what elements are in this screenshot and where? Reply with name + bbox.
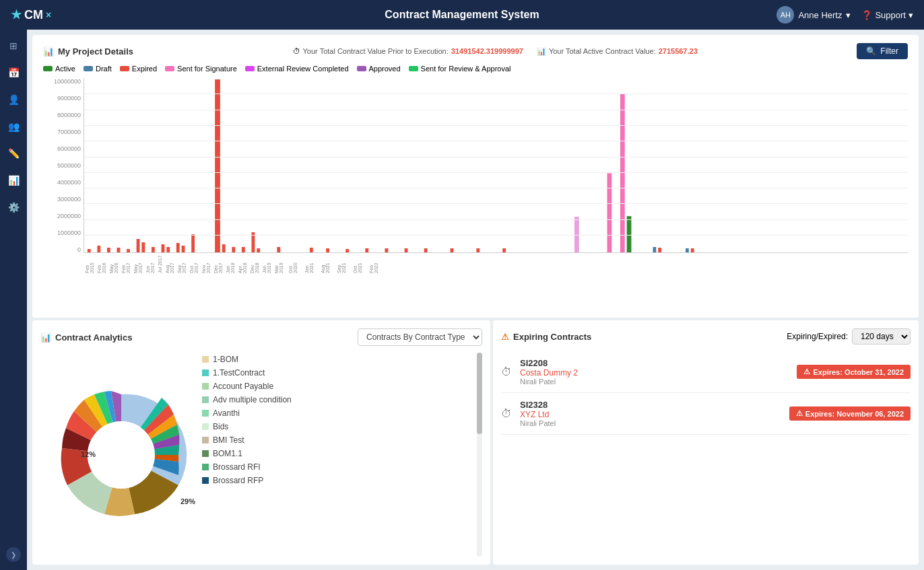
color-box [202, 450, 209, 457]
donut-svg [47, 381, 195, 529]
expiring-header: ⚠ Expiring Contracts Expiring/Expired: 1… [501, 328, 911, 345]
legend-expired: Expired [120, 65, 157, 73]
svg-rect-18 [257, 248, 260, 252]
list-item-account-payable: Account Payable [202, 380, 482, 393]
analytics-body: 12% 29% [40, 353, 482, 557]
list-item-brossard-rfp: Brossard RFP [202, 474, 482, 487]
svg-rect-35 [658, 248, 661, 252]
list-item-bids: Bids [202, 420, 482, 433]
top-nav: ★CM× Contract Management System AH Anne … [0, 0, 924, 30]
sidebar: ⊞ 📅 👤 👥 ✏️ 📊 ⚙️ ❯ [0, 30, 27, 570]
contract-type-list[interactable]: 1-BOM 1.TestContract Account Payable [202, 353, 482, 557]
scroll-thumb[interactable] [477, 353, 482, 434]
svg-rect-15 [232, 247, 235, 252]
search-icon: 🔍 [866, 46, 876, 56]
svg-rect-32 [620, 94, 625, 252]
list-item-bom11: BOM1.1 [202, 447, 482, 460]
color-box [202, 423, 209, 430]
svg-rect-6 [141, 242, 145, 252]
top-chart-section: 📊 My Project Details ⏱ Your Total Contra… [32, 35, 919, 318]
list-item-avanthi: Avanthi [202, 406, 482, 420]
svg-point-39 [88, 421, 155, 489]
list-item-bmi-test: BMI Test [202, 433, 482, 447]
legend-draft: Draft [84, 65, 112, 73]
svg-rect-17 [251, 232, 255, 252]
svg-rect-37 [691, 248, 694, 252]
svg-rect-31 [607, 173, 612, 252]
expiry-badge-1: ⚠ Expires: October 31, 2022 [797, 365, 911, 379]
legend-sent-signature: Sent for Signature [165, 65, 237, 73]
sidebar-icon-settings[interactable]: ⚙️ [3, 197, 24, 218]
legend-external-review: External Review Completed [245, 65, 349, 73]
expiring-days-dropdown[interactable]: 120 days [852, 328, 911, 345]
donut-label-29: 29% [180, 497, 195, 505]
color-box [202, 383, 209, 390]
analytics-section: 📊 Contract Analytics Contracts By Contra… [32, 320, 490, 565]
svg-rect-21 [326, 248, 329, 252]
svg-rect-0 [88, 249, 91, 252]
topnav-right: AH Anne Hertz ▾ ❓ Support ▾ [777, 6, 913, 24]
svg-rect-20 [310, 248, 313, 252]
legend-approved: Approved [357, 65, 401, 73]
svg-rect-1 [97, 246, 100, 252]
app-logo: ★CM× [11, 7, 51, 22]
analytics-header: 📊 Contract Analytics Contracts By Contra… [40, 328, 482, 346]
list-item-brossard-rfi: Brossard RFI [202, 460, 482, 474]
svg-rect-5 [137, 239, 140, 252]
bars-svg [84, 78, 908, 252]
sidebar-icon-chart[interactable]: 📊 [3, 170, 24, 191]
contract-type-dropdown[interactable]: Contracts By Contract Type [358, 328, 482, 346]
sidebar-toggle[interactable]: ❯ [6, 547, 21, 562]
sidebar-icon-users[interactable]: 👥 [3, 116, 24, 137]
svg-rect-4 [127, 249, 130, 252]
sidebar-icon-user[interactable]: 👤 [3, 89, 24, 110]
chart-stats: ⏱ Your Total Contract Value Prior to Exe… [293, 47, 698, 56]
donut-chart: 12% 29% [40, 353, 202, 557]
expiring-filter: Expiring/Expired: 120 days [787, 328, 911, 345]
alert-icon-1: ⚠ [803, 367, 810, 376]
color-box [202, 437, 209, 443]
contract-info-1: SI2208 Costa Dummy 2 Nirali Patel [520, 358, 789, 386]
list-item-adv-multiple: Adv multiple condition [202, 393, 482, 406]
svg-rect-2 [107, 248, 110, 252]
sidebar-icon-dashboard[interactable]: ⊞ [3, 35, 24, 57]
color-box [202, 356, 209, 363]
scroll-track [477, 353, 482, 557]
color-box [202, 369, 209, 376]
svg-rect-36 [686, 248, 689, 252]
active-contract-stat: 📊 Your Total Active Contract Value: 2715… [537, 47, 698, 56]
legend-active: Active [43, 65, 75, 73]
list-item-testcontract: 1.TestContract [202, 366, 482, 380]
color-box [202, 396, 209, 403]
clock-icon-2: ⏱ [501, 408, 512, 420]
expiring-title: ⚠ Expiring Contracts [501, 332, 591, 342]
color-box [202, 477, 209, 484]
alert-icon-2: ⚠ [796, 409, 803, 418]
user-name: Anne Hertz [798, 10, 842, 20]
svg-rect-8 [162, 244, 165, 252]
svg-rect-24 [385, 248, 388, 252]
svg-rect-22 [345, 249, 349, 252]
total-contract-stat: ⏱ Your Total Contract Value Prior to Exe… [293, 47, 523, 55]
contract-info-2: SI2328 XYZ Ltd Nirali Patel [520, 400, 781, 427]
clock-icon-1: ⏱ [501, 366, 512, 378]
sidebar-icon-edit[interactable]: ✏️ [3, 143, 24, 164]
contract-row-si2208: ⏱ SI2208 Costa Dummy 2 Nirali Patel ⚠ Ex… [501, 351, 911, 393]
bar-chart: 10000000 9000000 8000000 7000000 6000000… [43, 78, 908, 273]
svg-rect-23 [365, 248, 368, 252]
chart-legend: Active Draft Expired Sent for Signature … [43, 65, 908, 73]
user-menu[interactable]: AH Anne Hertz ▾ [777, 6, 851, 24]
svg-rect-28 [476, 248, 480, 252]
main-content: 📊 My Project Details ⏱ Your Total Contra… [27, 30, 924, 570]
support-menu[interactable]: ❓ Support ▾ [861, 10, 913, 20]
svg-rect-19 [277, 247, 280, 252]
svg-rect-25 [405, 248, 408, 252]
analytics-icon: 📊 [40, 332, 51, 343]
chart-header: 📊 My Project Details ⏱ Your Total Contra… [43, 43, 908, 59]
svg-rect-34 [653, 247, 656, 252]
filter-button[interactable]: 🔍 Filter [857, 43, 908, 59]
svg-rect-33 [627, 216, 632, 252]
sidebar-icon-calendar[interactable]: 📅 [3, 62, 24, 83]
analytics-title: 📊 Contract Analytics [40, 332, 132, 343]
bar-chart-area [84, 78, 908, 253]
